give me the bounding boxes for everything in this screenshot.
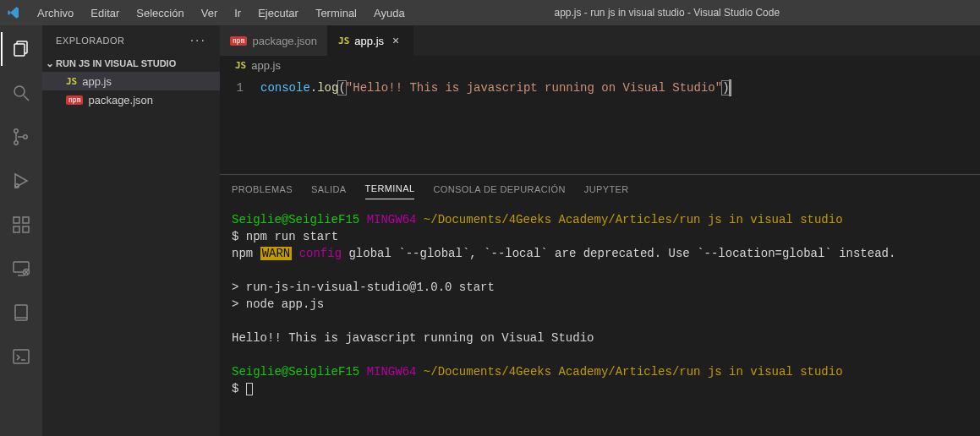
- editor-tab-bar: npm package.json JS app.js ×: [220, 25, 980, 56]
- svg-rect-8: [14, 217, 19, 223]
- sidebar-folder-label: RUN JS IN VISUAL STUDIO: [56, 58, 176, 68]
- svg-rect-10: [23, 226, 29, 232]
- menu-seleccion[interactable]: Selección: [129, 3, 190, 23]
- breadcrumb-label: app.js: [251, 59, 281, 72]
- terminal-panel-icon[interactable]: [1, 340, 41, 373]
- bottom-panel: PROBLEMAS SALIDA TERMINAL CONSOLA DE DEP…: [220, 174, 980, 436]
- terminal-command: npm run start: [246, 230, 338, 243]
- terminal-text: config: [299, 247, 342, 260]
- extensions-icon[interactable]: [1, 208, 41, 242]
- svg-rect-1: [14, 44, 25, 56]
- terminal-text: global `--global`, `--local` are depreca…: [342, 247, 895, 260]
- explorer-icon[interactable]: [1, 32, 41, 66]
- file-item-packagejson[interactable]: npm package.json: [42, 90, 220, 109]
- menu-ejecutar[interactable]: Ejecutar: [251, 3, 305, 23]
- main-area: npm package.json JS app.js × JS app.js 1…: [220, 25, 980, 436]
- js-file-icon: JS: [338, 35, 349, 46]
- file-item-label: app.js: [82, 75, 112, 88]
- sidebar: EXPLORADOR ··· ⌄ RUN JS IN VISUAL STUDIO…: [42, 25, 220, 436]
- tab-label: app.js: [354, 35, 384, 47]
- token-punc: .: [310, 81, 317, 95]
- terminal-cursor: [246, 383, 253, 395]
- token-paren-close: ): [722, 81, 729, 95]
- tab-appjs[interactable]: JS app.js ×: [328, 25, 413, 56]
- main-menu: Archivo Editar Selección Ver Ir Ejecutar…: [30, 3, 412, 23]
- terminal-text: Hello!! This is javascript running on Vi…: [232, 331, 594, 345]
- vscode-logo-icon: [7, 6, 20, 19]
- run-debug-icon[interactable]: [1, 164, 41, 198]
- sidebar-header: EXPLORADOR ···: [42, 25, 220, 55]
- activity-bar: [0, 25, 42, 436]
- book-icon[interactable]: [1, 296, 41, 330]
- terminal-prompt: $: [232, 230, 246, 243]
- terminal-text: npm: [232, 247, 253, 260]
- svg-rect-9: [14, 226, 19, 232]
- terminal-body[interactable]: Seiglie@SeiglieF15 MINGW64 ~/Documents/4…: [220, 203, 980, 436]
- token-function: log: [317, 81, 338, 95]
- js-file-icon: JS: [235, 60, 246, 71]
- terminal-text: > node app.js: [232, 297, 324, 311]
- panel-tab-jupyter[interactable]: JUPYTER: [584, 179, 629, 199]
- terminal-path: ~/Documents/4Geeks Academy/Articles/run …: [424, 213, 843, 226]
- npm-file-icon: npm: [66, 95, 83, 105]
- source-control-icon[interactable]: [1, 120, 41, 154]
- panel-tab-salida[interactable]: SALIDA: [311, 179, 347, 199]
- menu-ver[interactable]: Ver: [194, 3, 225, 23]
- more-icon[interactable]: ···: [190, 33, 206, 48]
- npm-file-icon: npm: [230, 36, 247, 46]
- menu-archivo[interactable]: Archivo: [30, 3, 80, 23]
- editor-cursor: [730, 80, 731, 95]
- panel-tab-consola[interactable]: CONSOLA DE DEPURACIÓN: [433, 179, 565, 199]
- terminal-prompt: $: [232, 382, 246, 395]
- remote-explorer-icon[interactable]: [1, 252, 41, 286]
- panel-tabs: PROBLEMAS SALIDA TERMINAL CONSOLA DE DEP…: [220, 175, 980, 203]
- breadcrumb[interactable]: JS app.js: [220, 56, 980, 74]
- file-item-appjs[interactable]: JS app.js: [42, 72, 220, 90]
- line-number-gutter: 1: [220, 78, 260, 174]
- terminal-shell: MINGW64: [367, 365, 417, 379]
- panel-tab-problemas[interactable]: PROBLEMAS: [232, 179, 293, 199]
- token-string: "Hello!! This is javascript running on V…: [346, 81, 722, 95]
- terminal-user: Seiglie@SeiglieF15: [232, 213, 359, 226]
- panel-tab-terminal[interactable]: TERMINAL: [365, 178, 415, 199]
- svg-point-6: [24, 135, 27, 139]
- close-icon[interactable]: ×: [389, 34, 402, 47]
- menu-editar[interactable]: Editar: [84, 3, 126, 23]
- sidebar-header-label: EXPLORADOR: [56, 35, 124, 46]
- tab-packagejson[interactable]: npm package.json: [220, 25, 328, 56]
- js-file-icon: JS: [66, 76, 77, 87]
- tab-label: package.json: [252, 35, 317, 47]
- line-number: 1: [220, 78, 244, 98]
- search-icon[interactable]: [1, 76, 41, 110]
- terminal-warn-badge: WARN: [260, 247, 293, 260]
- token-paren-open: (: [338, 81, 345, 95]
- svg-point-4: [14, 129, 18, 133]
- terminal-text: > run-js-in-visual-studio@1.0.0 start: [232, 281, 495, 294]
- menu-terminal[interactable]: Terminal: [309, 3, 364, 23]
- chevron-down-icon: ⌄: [46, 57, 54, 69]
- terminal-shell: MINGW64: [367, 213, 417, 226]
- menu-ayuda[interactable]: Ayuda: [367, 3, 412, 23]
- svg-rect-11: [23, 217, 29, 223]
- menu-ir[interactable]: Ir: [227, 3, 248, 23]
- code-line: console.log("Hello!! This is javascript …: [260, 78, 980, 174]
- token-object: console: [260, 81, 310, 95]
- sidebar-folder[interactable]: ⌄ RUN JS IN VISUAL STUDIO: [42, 55, 220, 72]
- svg-rect-17: [14, 350, 29, 363]
- svg-point-5: [14, 141, 18, 144]
- svg-line-3: [24, 95, 29, 101]
- file-item-label: package.json: [88, 94, 153, 106]
- terminal-user: Seiglie@SeiglieF15: [232, 365, 359, 379]
- terminal-path: ~/Documents/4Geeks Academy/Articles/run …: [424, 365, 843, 379]
- titlebar: Archivo Editar Selección Ver Ir Ejecutar…: [0, 0, 980, 25]
- svg-point-2: [14, 86, 25, 96]
- window-title: app.js - run js in visual studio - Visua…: [412, 7, 973, 19]
- code-editor[interactable]: 1 console.log("Hello!! This is javascrip…: [220, 74, 980, 174]
